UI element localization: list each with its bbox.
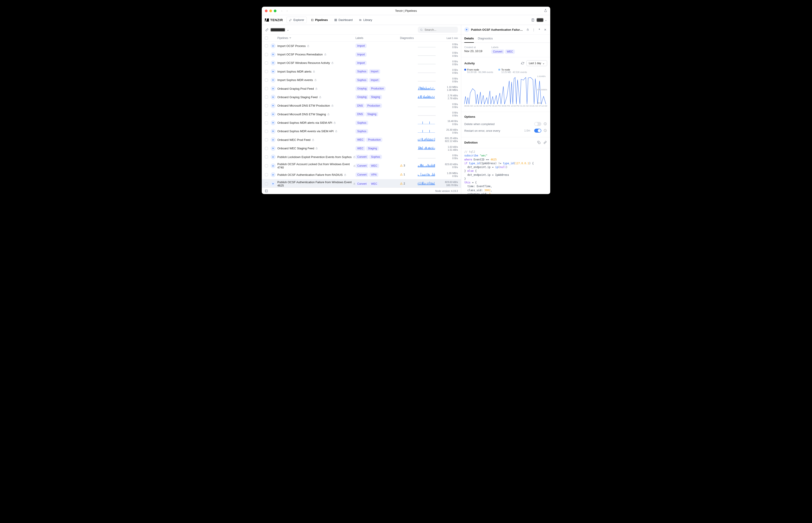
row-checkbox[interactable]	[265, 113, 268, 116]
row-checkbox[interactable]	[265, 70, 268, 73]
row-checkbox[interactable]	[265, 104, 268, 107]
run-button[interactable]	[271, 146, 275, 151]
refresh-icon[interactable]	[521, 61, 525, 65]
table-row[interactable]: Import OCSF Process Import 0 B/s0 B/s	[262, 42, 461, 50]
share-icon[interactable]	[544, 9, 547, 13]
row-checkbox[interactable]	[265, 138, 268, 141]
run-button[interactable]	[271, 181, 275, 186]
row-checkbox[interactable]	[265, 95, 268, 98]
run-button[interactable]	[271, 172, 275, 177]
pin-icon[interactable]	[537, 28, 541, 32]
y-tick: 0B/s	[537, 102, 547, 104]
run-button[interactable]	[271, 103, 275, 108]
table-row[interactable]: Onboard Sophos MDR alerts via SIEM API S…	[262, 119, 461, 127]
run-button[interactable]	[271, 86, 275, 91]
row-checkbox[interactable]	[265, 87, 268, 90]
more-icon[interactable]: ⋮	[531, 28, 536, 32]
table-row[interactable]: Publish OCSF Account Locked Out from Win…	[262, 161, 461, 170]
labels-label: Labels	[491, 46, 516, 49]
svg-rect-84	[328, 114, 329, 115]
link-icon[interactable]	[543, 141, 547, 144]
maximize-window-button[interactable]	[274, 10, 276, 12]
row-checkbox[interactable]	[265, 164, 268, 167]
run-button[interactable]	[271, 95, 275, 100]
svg-rect-214	[418, 165, 419, 167]
table-row[interactable]: Onboard Microsoft DNS ETW Production DNS…	[262, 102, 461, 110]
info-icon[interactable]: ⓘ	[543, 129, 547, 133]
col-labels[interactable]: Labels	[356, 36, 400, 40]
run-button[interactable]	[271, 129, 275, 134]
pipeline-status-icon[interactable]	[464, 27, 469, 32]
row-checkbox[interactable]	[265, 130, 268, 133]
run-button[interactable]	[271, 155, 275, 159]
nav-pipelines[interactable]: Pipelines	[308, 17, 330, 23]
nav-library[interactable]: Library	[357, 17, 374, 23]
copy-icon[interactable]	[537, 141, 541, 144]
close-icon[interactable]: ✕	[543, 28, 547, 32]
minimize-window-button[interactable]	[269, 10, 272, 12]
run-button[interactable]	[271, 52, 275, 57]
breadcrumb[interactable]: ⌄	[265, 28, 289, 31]
row-checkbox[interactable]	[265, 78, 268, 82]
run-button[interactable]	[271, 121, 275, 125]
table-row[interactable]: Import OCSF Windows Resource Activity Im…	[262, 59, 461, 67]
search-input[interactable]	[418, 27, 458, 33]
run-button[interactable]	[271, 69, 275, 74]
panel-icon[interactable]	[265, 190, 268, 193]
close-window-button[interactable]	[265, 10, 268, 12]
table-row[interactable]: Import Sophos MDR events SophosImport 0 …	[262, 76, 461, 84]
notebook-icon[interactable]	[531, 18, 535, 22]
row-checkbox[interactable]	[265, 173, 268, 176]
tab-diagnostics[interactable]: Diagnostics	[478, 35, 493, 42]
run-button[interactable]	[271, 78, 275, 83]
row-checkbox[interactable]	[265, 147, 268, 150]
col-last1min[interactable]: Last 1 min	[438, 37, 458, 39]
run-button[interactable]	[271, 60, 275, 66]
tab-details[interactable]: Details	[464, 35, 474, 43]
nav-dashboard[interactable]: Dashboard	[332, 17, 355, 23]
definition-code[interactable]: // tql2 subscribe "wec" where EventID ==…	[461, 148, 550, 194]
nav-explorer[interactable]: Explorer	[287, 17, 307, 23]
table-row[interactable]: Onboard WEC Staging Feed WECStaging 1.63…	[262, 144, 461, 153]
col-diagnostics[interactable]: Diagnostics	[400, 36, 418, 40]
stat-bottom: 0 B/s	[438, 131, 458, 134]
table-row[interactable]: Publish OCSF Authentication Failure from…	[262, 179, 461, 187]
svg-rect-197	[428, 148, 428, 150]
table-row[interactable]: Onboard Graylog Prod Feed GraylogProduct…	[262, 84, 461, 93]
svg-rect-253	[423, 175, 423, 176]
run-button[interactable]	[271, 137, 275, 142]
run-button[interactable]	[271, 163, 275, 168]
nav-pipelines-label: Pipelines	[315, 18, 328, 22]
breadcrumb-text	[271, 28, 285, 31]
table-row[interactable]: Onboard WEC Prod Feed WECProduction 831.…	[262, 136, 461, 144]
account-menu[interactable]: ⌄	[537, 18, 547, 22]
table-row[interactable]: Onboard Graylog Staging Feed GraylogStag…	[262, 93, 461, 101]
table-row[interactable]: Publish Lockdown Exploit Prevention Even…	[262, 153, 461, 161]
run-button[interactable]	[271, 112, 275, 116]
row-checkbox[interactable]	[265, 61, 268, 65]
delete-toggle[interactable]	[534, 122, 541, 126]
table-row[interactable]: Onboard Microsoft DNS ETW Staging DNSSta…	[262, 110, 461, 119]
col-pipelines[interactable]: Pipelines	[277, 36, 288, 40]
select-all-checkbox[interactable]	[265, 36, 268, 40]
search-field[interactable]	[425, 28, 456, 31]
row-checkbox[interactable]	[265, 155, 268, 159]
table-row[interactable]: Import OCSF Process Remediation Import 0…	[262, 50, 461, 58]
table-row[interactable]: Publish OCSF Authentication Failure from…	[262, 170, 461, 179]
restart-interval-input[interactable]	[519, 129, 530, 132]
nav-back-button[interactable]: ‹	[279, 9, 284, 13]
run-button[interactable]	[271, 43, 275, 48]
info-icon[interactable]: ⓘ	[543, 122, 547, 126]
row-checkbox[interactable]	[265, 53, 268, 56]
row-checkbox[interactable]	[265, 182, 268, 185]
sort-icon[interactable]	[289, 37, 291, 39]
svg-rect-42	[430, 89, 431, 90]
row-checkbox[interactable]	[265, 44, 268, 48]
row-checkbox[interactable]	[265, 121, 268, 124]
time-range-dropdown[interactable]: Last 1 day ⌄	[526, 60, 547, 66]
table-row[interactable]: Import Sophos MDR alerts SophosImport 0 …	[262, 67, 461, 76]
table-row[interactable]: Onboard Sophos MDR events via SIEM API S…	[262, 127, 461, 136]
nav-forward-button[interactable]: ›	[285, 9, 289, 13]
svg-rect-205	[432, 148, 433, 150]
restart-toggle[interactable]	[534, 129, 541, 133]
